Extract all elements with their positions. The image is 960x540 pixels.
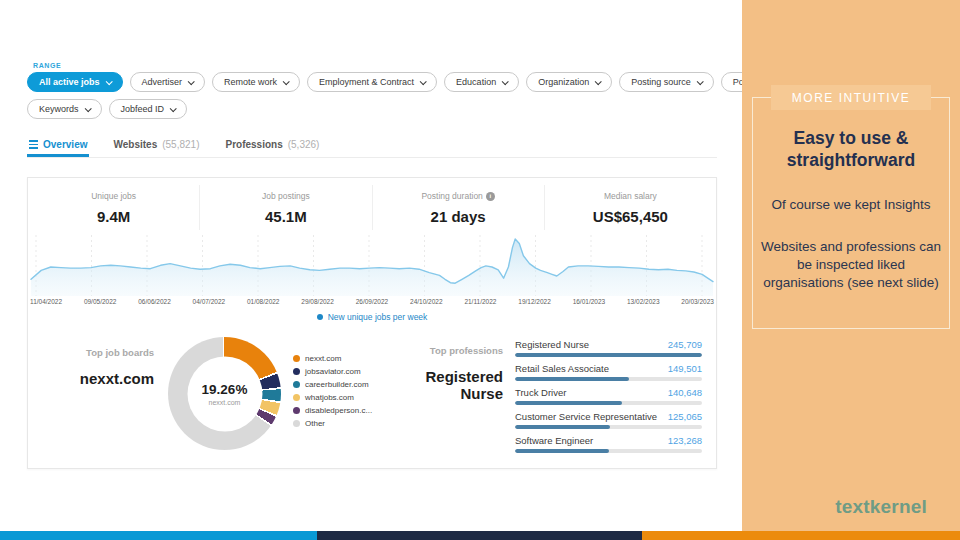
job-boards-donut-chart[interactable]: 19.26% nexxt.com bbox=[168, 337, 281, 450]
stat-job-postings: Job postings45.1M bbox=[200, 185, 372, 230]
area-chart-svg bbox=[28, 233, 716, 297]
x-axis-tick-label: 04/07/2022 bbox=[193, 298, 226, 305]
donut-legend-item-careerbuilder-com: careerbuilder.com bbox=[293, 380, 385, 389]
job-boards-label: Top job boards bbox=[42, 347, 154, 358]
tab-websites[interactable]: Websites(55,821) bbox=[111, 135, 201, 157]
legend-item-label: disabledperson.c... bbox=[305, 406, 372, 415]
callout-paragraph-2: Websites and professions can be inspecte… bbox=[761, 238, 941, 293]
tab-count: (5,326) bbox=[288, 139, 320, 150]
trend-chart: 11/04/202209/05/202206/06/202204/07/2022… bbox=[28, 233, 716, 322]
profession-bar-track bbox=[515, 401, 702, 405]
legend-item-label: Other bbox=[305, 419, 325, 428]
chevron-down-icon bbox=[283, 78, 290, 85]
donut-legend-item-disabledperson-c: disabledperson.c... bbox=[293, 406, 385, 415]
filter-chip-advertiser[interactable]: Advertiser bbox=[130, 72, 206, 92]
x-axis-tick-label: 26/09/2022 bbox=[356, 298, 389, 305]
professions-header: Top professions Registered Nurse bbox=[407, 337, 503, 403]
profession-row-customer-service-representative[interactable]: Customer Service Representative125,065 bbox=[515, 411, 702, 429]
x-axis-tick-label: 13/02/2023 bbox=[627, 298, 660, 305]
stat-label: Median salary bbox=[604, 191, 657, 201]
x-axis-tick-label: 24/10/2022 bbox=[410, 298, 443, 305]
profession-row-software-engineer[interactable]: Software Engineer123,268 bbox=[515, 435, 702, 453]
filter-chip-posting-source[interactable]: Posting source bbox=[619, 72, 714, 92]
tab-overview[interactable]: Overview bbox=[27, 135, 89, 157]
professions-top-value: Registered Nurse bbox=[407, 368, 503, 403]
profession-row-truck-driver[interactable]: Truck Driver140,648 bbox=[515, 387, 702, 405]
chevron-down-icon bbox=[595, 78, 602, 85]
profession-row-head: Customer Service Representative125,065 bbox=[515, 411, 702, 422]
legend-item-label: careerbuilder.com bbox=[305, 380, 369, 389]
filter-chip-organization[interactable]: Organization bbox=[526, 72, 612, 92]
stat-value: US$65,450 bbox=[545, 208, 716, 225]
chevron-down-icon bbox=[420, 78, 427, 85]
filter-chip-all-active-jobs[interactable]: All active jobs bbox=[27, 72, 123, 92]
filter-chip-label: Remote work bbox=[224, 77, 277, 87]
filter-chip-jobfeed-id[interactable]: Jobfeed ID bbox=[109, 99, 188, 119]
profession-bar-track bbox=[515, 425, 702, 429]
profession-value: 140,648 bbox=[668, 387, 702, 398]
filter-chip-label: Keywords bbox=[39, 104, 79, 114]
callout-box: MORE INTUITIVE Easy to use & straightfor… bbox=[752, 97, 950, 329]
profession-row-head: Registered Nurse245,709 bbox=[515, 339, 702, 350]
bottom-section: Top job boards nexxt.com 19.26% nexxt.co… bbox=[28, 337, 716, 459]
x-axis-tick-label: 11/04/2022 bbox=[30, 298, 62, 305]
filter-chip-employment-contract[interactable]: Employment & Contract bbox=[307, 72, 437, 92]
job-boards-top-value: nexxt.com bbox=[42, 370, 154, 387]
chevron-down-icon bbox=[84, 105, 91, 112]
filter-chip-label: All active jobs bbox=[39, 77, 100, 87]
footer-bar-segment-1 bbox=[0, 531, 317, 540]
stat-label: Posting durationi bbox=[421, 191, 494, 201]
tab-label: Overview bbox=[43, 139, 87, 150]
slide-canvas: RANGE All active jobsAdvertiserRemote wo… bbox=[0, 0, 960, 540]
filter-chip-label: Organization bbox=[538, 77, 589, 87]
filter-chip-label: Education bbox=[456, 77, 496, 87]
profession-bar-track bbox=[515, 377, 702, 381]
legend-color-dot bbox=[293, 394, 300, 401]
filter-chip-keywords[interactable]: Keywords bbox=[27, 99, 102, 119]
stat-median-salary: Median salaryUS$65,450 bbox=[545, 185, 716, 230]
x-axis-tick-label: 19/12/2022 bbox=[518, 298, 551, 305]
legend-dot-icon bbox=[317, 314, 323, 320]
job-boards-header: Top job boards nexxt.com bbox=[42, 337, 154, 387]
x-axis-tick-label: 21/11/2022 bbox=[464, 298, 496, 305]
filter-chip-education[interactable]: Education bbox=[444, 72, 519, 92]
footer-color-bars bbox=[0, 531, 960, 540]
legend-item-label: whatjobs.com bbox=[305, 393, 354, 402]
profession-bar-fill bbox=[515, 353, 702, 357]
range-label: RANGE bbox=[33, 62, 61, 69]
footer-bar-segment-3 bbox=[642, 531, 960, 540]
profession-value: 245,709 bbox=[668, 339, 702, 350]
profession-row-head: Truck Driver140,648 bbox=[515, 387, 702, 398]
stat-label-text: Median salary bbox=[604, 191, 657, 201]
x-axis-tick-label: 01/08/2022 bbox=[247, 298, 280, 305]
stat-label-text: Unique jobs bbox=[91, 191, 136, 201]
profession-value: 149,501 bbox=[668, 363, 702, 374]
filter-chip-remote-work[interactable]: Remote work bbox=[212, 72, 300, 92]
donut-center-label: nexxt.com bbox=[209, 399, 241, 406]
x-axis-tick-label: 09/05/2022 bbox=[84, 298, 117, 305]
donut-legend-item-whatjobs-com: whatjobs.com bbox=[293, 393, 385, 402]
tab-professions[interactable]: Professions(5,326) bbox=[223, 135, 321, 157]
tab-label: Professions bbox=[225, 139, 282, 150]
callout-paragraph-1: Of course we kept Insights bbox=[761, 196, 941, 214]
legend-color-dot bbox=[293, 381, 300, 388]
profession-bar-fill bbox=[515, 449, 609, 453]
footer-bar-segment-2 bbox=[317, 531, 642, 540]
stat-value: 21 days bbox=[373, 208, 544, 225]
x-axis-tick-label: 29/08/2022 bbox=[301, 298, 334, 305]
professions-label: Top professions bbox=[407, 345, 503, 356]
profession-row-retail-sales-associate[interactable]: Retail Sales Associate149,501 bbox=[515, 363, 702, 381]
profession-row-registered-nurse[interactable]: Registered Nurse245,709 bbox=[515, 339, 702, 357]
profession-row-head: Software Engineer123,268 bbox=[515, 435, 702, 446]
dashboard-panel: Unique jobs9.4MJob postings45.1MPosting … bbox=[27, 177, 717, 469]
x-axis-tick-label: 06/06/2022 bbox=[138, 298, 171, 305]
profession-name: Truck Driver bbox=[515, 387, 566, 398]
info-icon[interactable]: i bbox=[486, 192, 495, 201]
donut-legend-item-other: Other bbox=[293, 419, 385, 428]
profession-bar-fill bbox=[515, 377, 629, 381]
donut-center-percent: 19.26% bbox=[202, 382, 248, 397]
list-icon bbox=[29, 140, 38, 149]
stat-label: Job postings bbox=[262, 191, 310, 201]
profession-value: 123,268 bbox=[668, 435, 702, 446]
tab-label: Websites bbox=[113, 139, 157, 150]
